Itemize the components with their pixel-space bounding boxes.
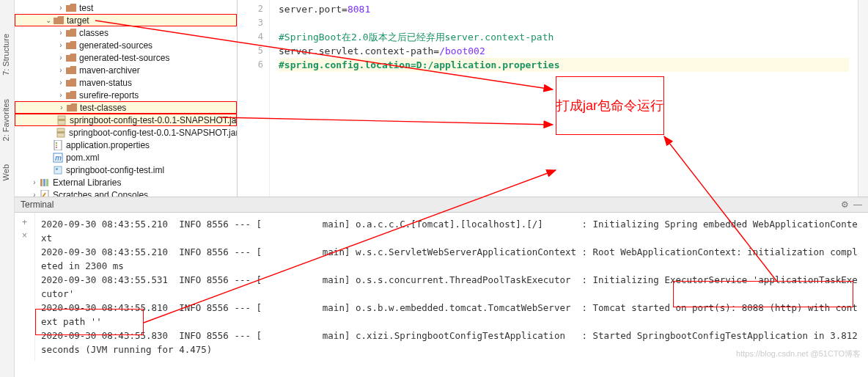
expand-arrow-icon[interactable]: › [56,4,66,12]
tree-item[interactable]: ›maven-status [15,76,237,89]
tree-item-label: application.properties [66,140,150,150]
jar-icon [56,115,67,125]
expand-arrow-icon[interactable]: › [56,91,66,99]
tree-item[interactable]: springboot-config-test-0.0.1-SNAPSHOT.ja… [15,114,237,126]
expand-arrow-icon[interactable]: › [56,29,66,37]
tree-item[interactable]: ›test [15,1,237,14]
folder-icon [66,54,76,62]
svg-point-6 [56,144,57,146]
tree-item[interactable]: ›classes [15,26,237,39]
terminal-gutter: + × [15,213,35,361]
svg-rect-13 [43,179,45,186]
scratch-icon [40,190,50,197]
code-line[interactable]: server.servlet.context-path=/boot002 [279,44,849,58]
expand-arrow-icon[interactable]: › [56,54,66,62]
tree-item-label: External Libraries [53,177,121,188]
tree-item[interactable]: application.properties [15,139,237,151]
tab-structure[interactable]: 7: Structure [0,29,12,80]
folder-icon [54,16,64,25]
expand-arrow-icon[interactable]: › [56,41,66,49]
tree-item-label: pom.xml [66,153,99,163]
library-icon [40,177,50,188]
maven-icon: m [53,153,63,163]
watermark: https://blog.csdn.net @51CTO博客 [736,348,861,359]
tree-item[interactable]: ›generated-sources [15,39,237,51]
expand-arrow-icon[interactable]: › [56,66,66,74]
left-tool-tabs: 7: Structure 2: Favorites Web [0,0,15,377]
editor-scrollbar[interactable] [858,0,868,197]
tree-item[interactable]: ›maven-archiver [15,64,237,76]
folder-icon [67,103,77,112]
properties-icon [53,140,63,150]
folder-icon [66,91,76,100]
tree-item[interactable]: ›surefire-reports [15,89,237,101]
tree-item[interactable]: ›generated-test-sources [15,51,237,64]
tree-item-label: generated-test-sources [79,53,169,63]
tree-item-label: maven-status [79,78,132,88]
terminal-toolbar: Terminal ⚙ — [15,197,868,213]
close-session-icon[interactable]: × [15,230,34,244]
code-line[interactable]: server.port=8081 [279,2,849,16]
expand-arrow-icon[interactable]: › [56,78,66,87]
new-session-icon[interactable]: + [15,217,34,230]
project-tree[interactable]: ›test⌄target›classes›generated-sources›g… [15,0,238,197]
code-line[interactable] [279,16,849,30]
tree-item-label: springboot-config-test-0.0.1-SNAPSHOT.ja… [69,128,238,138]
expand-arrow-icon[interactable]: › [56,103,67,111]
svg-rect-3 [57,131,65,133]
iml-icon [53,165,63,175]
terminal-panel: + × 2020-09-30 08:43:55.210 INFO 8556 --… [15,213,868,361]
hide-icon[interactable]: — [853,200,862,210]
tree-item-label: test-classes [80,103,126,113]
tree-item-label: test [79,3,93,13]
folder-icon [66,78,76,87]
tree-item[interactable]: ›test-classes [15,101,237,114]
folder-icon [66,4,76,12]
svg-text:m: m [55,154,62,162]
code-line[interactable]: #spring.config.location=D:/application.p… [279,58,849,72]
tree-item-label: surefire-reports [79,90,139,100]
editor-gutter: 23456 [238,0,270,197]
tree-item[interactable]: ›Scratches and Consoles [15,188,237,197]
tree-item-label: maven-archiver [79,65,140,76]
tree-item[interactable]: springboot-config-test.iml [15,164,237,176]
expand-arrow-icon[interactable]: › [29,191,40,197]
svg-rect-1 [58,119,65,121]
terminal-output[interactable]: 2020-09-30 08:43:55.210 INFO 8556 --- [ … [35,213,868,361]
folder-icon [66,29,76,37]
svg-rect-14 [46,179,48,186]
tree-item-label: springboot-config-test-0.0.1-SNAPSHOT.ja… [70,115,238,125]
tree-item-label: generated-sources [79,40,152,51]
expand-arrow-icon[interactable]: ⌄ [43,16,54,24]
svg-point-7 [56,147,57,148]
tab-web[interactable]: Web [0,160,12,185]
tree-item-label: Scratches and Consoles [53,190,148,197]
tree-item-label: classes [79,28,108,38]
jar-icon [56,128,66,138]
folder-icon [66,41,76,50]
editor-content[interactable]: server.port=8081 #SpringBoot在2.0版本之后已经弃用… [270,0,858,197]
tree-item[interactable]: ›External Libraries [15,176,237,188]
svg-rect-12 [40,179,43,186]
tree-item[interactable]: mpom.xml [15,151,237,164]
expand-arrow-icon[interactable]: › [29,178,40,186]
svg-rect-4 [54,140,62,150]
code-line[interactable]: #SpringBoot在2.0版本之后已经弃用server.context-pa… [279,30,849,44]
svg-point-5 [56,142,57,144]
folder-icon [66,66,76,75]
settings-icon[interactable]: ⚙ [841,200,849,210]
tree-item-label: springboot-config-test.iml [66,165,164,175]
tree-item[interactable]: ⌄target [15,14,237,26]
code-editor[interactable]: 23456 server.port=8081 #SpringBoot在2.0版本… [238,0,868,197]
terminal-title: Terminal [21,200,54,210]
tab-favorites[interactable]: 2: Favorites [0,95,12,145]
tree-item-label: target [67,15,89,26]
tree-item[interactable]: springboot-config-test-0.0.1-SNAPSHOT.ja… [15,126,237,139]
svg-rect-11 [56,168,58,170]
